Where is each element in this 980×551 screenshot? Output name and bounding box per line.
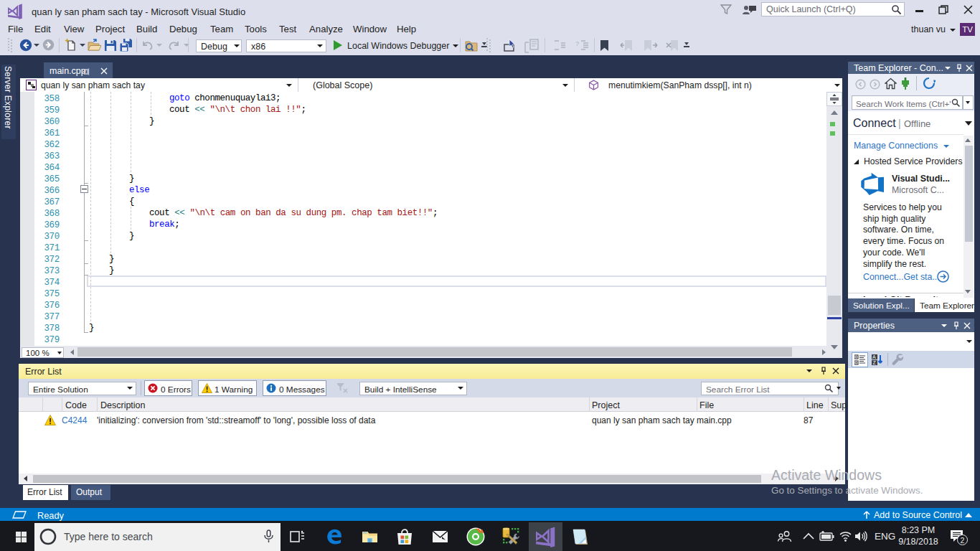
svg-text:?: ? (575, 40, 579, 47)
svg-text:A: A (872, 354, 876, 359)
svg-text:Z: Z (873, 360, 877, 365)
